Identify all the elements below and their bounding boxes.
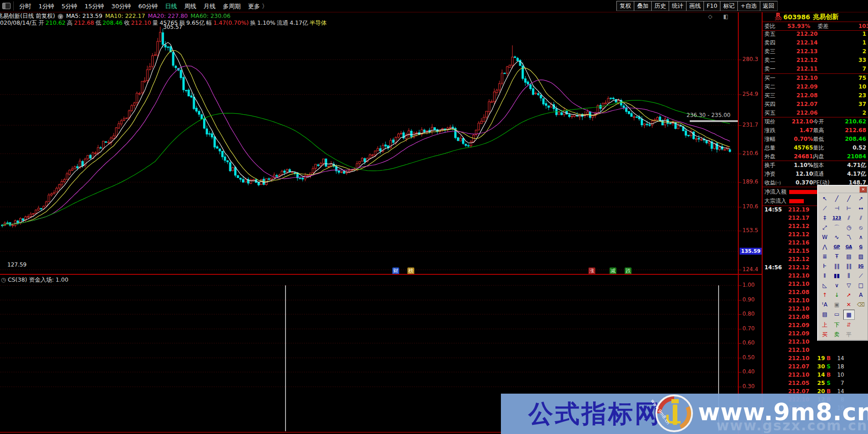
chevron-down-icon[interactable]: ∨ <box>58 14 63 19</box>
gann-percent-icon[interactable]: GP <box>831 242 842 251</box>
menu-item-5[interactable]: F10 <box>703 1 720 11</box>
period-tab-5[interactable]: 60分钟 <box>135 0 162 12</box>
bars-mixed-icon[interactable]: ⫼ <box>843 271 855 280</box>
zigzag-up-icon[interactable]: 〽 <box>843 233 855 242</box>
period-tab-2[interactable]: 5分钟 <box>58 0 81 12</box>
drawing-tool-grid: ↖╱╱↗⟋⊣⊢↔‡123⫽⫽⤢⌒◷⦸W∿〽∧⋀GPGAG≣Ŧ▤▨Ⱶ∥∥∥∥‖G⫴… <box>818 193 868 340</box>
measure-123-icon[interactable]: 123 <box>831 213 842 223</box>
period-tab-8[interactable]: 月线 <box>200 0 219 12</box>
price-ruler-icon[interactable]: ‡ <box>819 213 830 223</box>
footer-badge-涨[interactable]: 涨 <box>588 267 595 274</box>
bid-price: 212.08 <box>786 91 818 100</box>
period-tab-3[interactable]: 15分钟 <box>81 0 108 12</box>
zigzag-icon[interactable]: ∧ <box>855 233 867 242</box>
delete-draw-icon[interactable]: ✕ <box>843 300 855 309</box>
tick-price: 212.12 <box>784 263 809 272</box>
peaks-icon[interactable]: ⋀ <box>819 242 830 251</box>
menu-item-0[interactable]: 复权 <box>616 1 634 11</box>
period-tab-9[interactable]: 多周期 <box>219 0 244 12</box>
text-list-icon[interactable]: ▤ <box>819 310 830 319</box>
mark-updown-icon[interactable]: ⇵ <box>843 320 855 329</box>
menu-item-4[interactable]: 画线 <box>686 1 704 11</box>
pointer-up-icon[interactable]: ➚ <box>843 290 855 300</box>
arc-icon[interactable]: ⌒ <box>831 223 842 232</box>
ma-value-3: MA60: 230.06 <box>191 12 231 19</box>
cycle-circle-icon[interactable]: ◷ <box>843 223 855 232</box>
drawing-toolbar-titlebar[interactable]: ✕ <box>818 186 868 193</box>
tick-volume: 30 <box>809 362 825 371</box>
bars-thin-icon[interactable]: ⫴ <box>819 271 830 280</box>
period-tab-1[interactable]: 1分钟 <box>35 0 58 12</box>
fan-small-icon[interactable]: ⟋ <box>855 271 867 280</box>
gann-angle-icon[interactable]: GA <box>843 242 855 251</box>
check-down-icon[interactable]: ∨ <box>831 281 842 290</box>
mark-up-icon[interactable]: 上 <box>819 320 830 329</box>
close-icon[interactable]: ✕ <box>859 186 867 193</box>
time-ruler-icon[interactable]: Ŧ <box>831 252 842 261</box>
footer-badge-跌[interactable]: 跌 <box>625 267 632 274</box>
filled-rect-icon[interactable]: ▣ <box>831 300 842 309</box>
ray-line-icon[interactable]: ╱ <box>843 194 855 203</box>
bars-thick-icon[interactable]: ▮▮ <box>831 271 842 280</box>
period-tab-10[interactable]: 更多 〉 <box>244 0 271 12</box>
triangle-flag-icon[interactable]: ▽ <box>843 281 855 290</box>
gann-grid-icon[interactable]: ‖G <box>855 262 867 271</box>
screenshot-icon[interactable]: ▦ <box>843 310 855 320</box>
fan-lines-icon[interactable]: ◺ <box>819 281 830 290</box>
panel-divider[interactable] <box>0 274 762 275</box>
arrow-down-icon[interactable]: ↓ <box>831 290 842 300</box>
text-small-icon[interactable]: ᵗA <box>819 300 830 309</box>
mark-sell-icon[interactable]: 卖 <box>831 330 842 339</box>
channel-band-icon[interactable]: ▤ <box>843 252 855 261</box>
mark-down-icon[interactable]: 下 <box>831 320 842 329</box>
main-kline-chart[interactable]: 兆易创新(日线 前复权)∨MA5: 213.59MA10: 222.17MA20… <box>0 12 739 274</box>
parallel-lines-icon[interactable]: ⫽ <box>843 213 855 223</box>
footer-badge-减[interactable]: 减 <box>610 267 616 274</box>
chart-corner-icons[interactable]: ◇ ◧ <box>708 13 733 20</box>
arrow-line-icon[interactable]: ↗ <box>855 194 867 203</box>
rectangle-icon[interactable]: □ <box>855 281 867 290</box>
period-tab-0[interactable]: 分时 <box>16 0 35 12</box>
left-end-line-icon[interactable]: ⊣ <box>831 204 842 213</box>
extend-line-icon[interactable]: ⤢ <box>819 223 830 232</box>
hatch-band-icon[interactable]: ▨ <box>855 252 867 261</box>
footer-badge-财[interactable]: 财 <box>392 267 399 274</box>
segment-icon[interactable]: ⟋ <box>819 204 830 213</box>
menu-item-1[interactable]: 叠加 <box>634 1 652 11</box>
period-tab-4[interactable]: 30分钟 <box>108 0 135 12</box>
trend-line-icon[interactable]: ╱ <box>831 194 842 203</box>
mark-buy-icon[interactable]: 买 <box>819 330 830 339</box>
right-end-line-icon[interactable]: ⊢ <box>843 204 855 213</box>
arrow-up-icon[interactable]: ↑ <box>819 290 830 300</box>
gann-circle-icon[interactable]: ⦸ <box>855 223 867 232</box>
menu-item-6[interactable]: 标记 <box>720 1 738 11</box>
period-tab-7[interactable]: 周线 <box>181 0 200 12</box>
parallel-channel-icon[interactable]: ⫽ <box>855 213 867 223</box>
menu-item-7[interactable]: +自选 <box>737 1 760 11</box>
gann-line-icon[interactable]: G <box>855 242 867 251</box>
layout-toggle-icon[interactable] <box>2 3 11 9</box>
menu-item-2[interactable]: 历史 <box>651 1 669 11</box>
tick-price: 212.17 <box>784 214 809 222</box>
two-end-line-icon[interactable]: ↔ <box>855 204 867 213</box>
menu-item-3[interactable]: 统计 <box>669 1 687 11</box>
vertical-grid-a-icon[interactable]: ∥∥ <box>831 262 842 271</box>
bid-label: 买三 <box>764 91 786 100</box>
vertical-grid-b-icon[interactable]: ∥∥ <box>843 262 855 271</box>
drawn-horizontal-line[interactable] <box>690 120 738 122</box>
eraser-icon[interactable]: ⌫ <box>855 300 867 309</box>
indicator-icon[interactable]: ◷ <box>1 276 8 283</box>
ohlc-seg-6: 208.46 <box>103 19 123 26</box>
mark-flat-icon[interactable]: 平 <box>843 330 855 339</box>
empty-cell <box>855 320 867 329</box>
h-segment-icon[interactable]: Ⱶ <box>819 262 830 271</box>
footer-badge-榜[interactable]: 榜 <box>407 267 414 274</box>
menu-item-8[interactable]: 返回 <box>760 1 778 11</box>
ruler-icon[interactable]: ▭ <box>831 310 842 319</box>
w-bottom-icon[interactable]: W <box>819 233 830 242</box>
cursor-icon[interactable]: ↖ <box>819 194 830 203</box>
percent-retrace-icon[interactable]: ≣ <box>819 252 830 261</box>
text-label-icon[interactable]: A <box>855 290 867 300</box>
period-tab-6[interactable]: 日线 <box>161 0 181 12</box>
wave-icon[interactable]: ∿ <box>831 233 842 242</box>
